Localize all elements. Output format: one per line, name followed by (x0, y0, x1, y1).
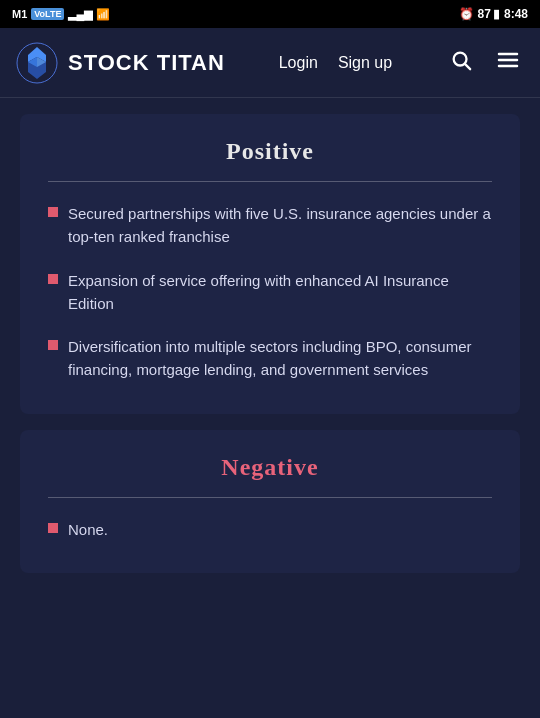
status-bar: M1 VoLTE ▂▄▆ 📶 ⏰ 87 ▮ 8:48 (0, 0, 540, 28)
svg-line-2 (465, 64, 470, 69)
bullet-text: Expansion of service offering with enhan… (68, 269, 492, 316)
search-button[interactable] (446, 45, 476, 80)
logo-text: STOCK TITAN (68, 50, 225, 76)
status-right: ⏰ 87 ▮ 8:48 (459, 7, 528, 21)
bullet-text: None. (68, 518, 108, 541)
status-left: M1 VoLTE ▂▄▆ 📶 (12, 8, 110, 21)
login-link[interactable]: Login (279, 54, 318, 72)
navbar: STOCK TITAN Login Sign up (0, 28, 540, 98)
negative-bullet-list: None. (48, 518, 492, 541)
volte-badge: VoLTE (31, 8, 64, 20)
bullet-icon (48, 274, 58, 284)
wifi-icon: 📶 (96, 8, 110, 21)
battery-icon: ▮ (493, 7, 500, 21)
list-item: None. (48, 518, 492, 541)
bullet-text: Secured partnerships with five U.S. insu… (68, 202, 492, 249)
bullet-text: Diversification into multiple sectors in… (68, 335, 492, 382)
negative-title: Negative (48, 454, 492, 481)
signal-icon: ▂▄▆ (68, 8, 92, 21)
carrier-label: M1 (12, 8, 27, 20)
main-content: Positive Secured partnerships with five … (0, 114, 540, 609)
list-item: Diversification into multiple sectors in… (48, 335, 492, 382)
positive-divider (48, 181, 492, 182)
bullet-icon (48, 207, 58, 217)
negative-divider (48, 497, 492, 498)
positive-bullet-list: Secured partnerships with five U.S. insu… (48, 202, 492, 382)
battery-indicator: 87 ▮ (478, 7, 500, 21)
menu-button[interactable] (492, 44, 524, 81)
logo-area: STOCK TITAN (16, 42, 225, 84)
bullet-icon (48, 523, 58, 533)
battery-percent: 87 (478, 7, 491, 21)
positive-section: Positive Secured partnerships with five … (20, 114, 520, 414)
signup-link[interactable]: Sign up (338, 54, 392, 72)
nav-links: Login Sign up (279, 54, 392, 72)
bullet-icon (48, 340, 58, 350)
list-item: Expansion of service offering with enhan… (48, 269, 492, 316)
logo-icon (16, 42, 58, 84)
nav-icons (446, 44, 524, 81)
negative-section: Negative None. (20, 430, 520, 573)
time-label: 8:48 (504, 7, 528, 21)
list-item: Secured partnerships with five U.S. insu… (48, 202, 492, 249)
search-icon (450, 49, 472, 71)
positive-title: Positive (48, 138, 492, 165)
hamburger-icon (496, 48, 520, 72)
alarm-icon: ⏰ (459, 7, 474, 21)
